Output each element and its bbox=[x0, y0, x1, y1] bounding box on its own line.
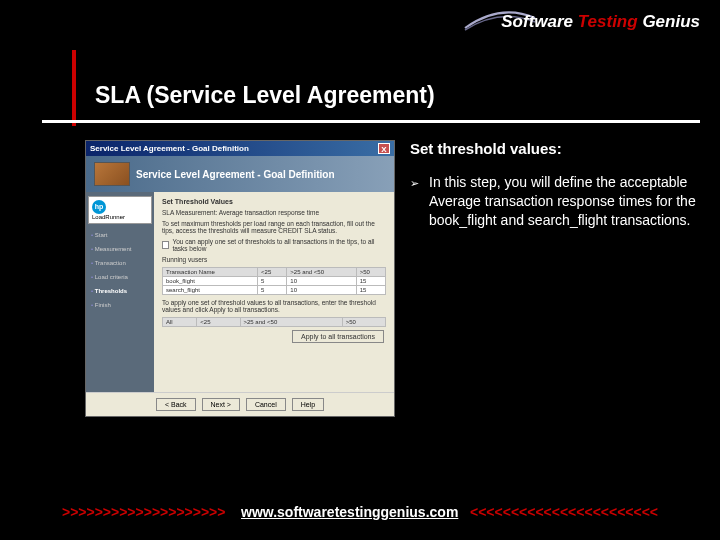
description-bullet-text: In this step, you will define the accept… bbox=[429, 173, 700, 230]
bullet-marker-icon: ➢ bbox=[410, 176, 419, 230]
wizard-titlebar: Service Level Agreement - Goal Definitio… bbox=[86, 141, 394, 156]
group-label: Running vusers bbox=[162, 256, 386, 263]
table-row: search_flight 5 10 15 bbox=[163, 286, 386, 295]
sidebar-step-start[interactable]: Start bbox=[88, 228, 152, 242]
apply-to-all-button[interactable]: Apply to all transactions bbox=[292, 330, 384, 343]
wizard-button-row: < Back Next > Cancel Help bbox=[86, 392, 394, 416]
apply-all-checkbox[interactable] bbox=[162, 241, 169, 249]
sidebar-step-transaction[interactable]: Transaction bbox=[88, 256, 152, 270]
table-row: book_flight 5 10 15 bbox=[163, 277, 386, 286]
banner-image bbox=[94, 162, 130, 186]
brand-logo: Software Testing Genius bbox=[501, 12, 700, 32]
close-icon[interactable]: X bbox=[378, 143, 390, 154]
help-button[interactable]: Help bbox=[292, 398, 324, 411]
title-underline bbox=[42, 120, 700, 123]
wizard-title-text: Service Level Agreement - Goal Definitio… bbox=[90, 144, 249, 153]
sidebar-step-measurement[interactable]: Measurement bbox=[88, 242, 152, 256]
next-button[interactable]: Next > bbox=[202, 398, 240, 411]
sla-wizard-window: Service Level Agreement - Goal Definitio… bbox=[85, 140, 395, 417]
measurement-value: Average transaction response time bbox=[219, 209, 319, 216]
table-header-row: Transaction Name <25 >25 and <50 >50 bbox=[163, 268, 386, 277]
instruction-text-2: To apply one set of threshold values to … bbox=[162, 299, 386, 313]
wizard-banner-text: Service Level Agreement - Goal Definitio… bbox=[136, 169, 335, 180]
apply-all-table: All <25 >25 and <50 >50 bbox=[162, 317, 386, 327]
cancel-button[interactable]: Cancel bbox=[246, 398, 286, 411]
footer-link[interactable]: www.softwaretestinggenius.com bbox=[241, 504, 458, 520]
description-heading: Set threshold values: bbox=[410, 140, 700, 157]
wizard-banner: Service Level Agreement - Goal Definitio… bbox=[86, 156, 394, 192]
back-button[interactable]: < Back bbox=[156, 398, 196, 411]
sidebar-step-finish[interactable]: Finish bbox=[88, 298, 152, 312]
hp-loadrunner-logo: hp LoadRunner bbox=[88, 196, 152, 224]
footer: >>>>>>>>>>>>>>>>>>>> www.softwaretesting… bbox=[0, 504, 720, 520]
wizard-sidebar: hp LoadRunner Start Measurement Transact… bbox=[86, 192, 154, 392]
footer-arrows-right: <<<<<<<<<<<<<<<<<<<<<<< bbox=[470, 504, 658, 520]
sidebar-step-load-criteria[interactable]: Load criteria bbox=[88, 270, 152, 284]
instruction-text-1: To set maximum thresholds per load range… bbox=[162, 220, 386, 234]
sidebar-step-thresholds[interactable]: Thresholds bbox=[88, 284, 152, 298]
footer-arrows-left: >>>>>>>>>>>>>>>>>>>> bbox=[62, 504, 226, 520]
threshold-table: Transaction Name <25 >25 and <50 >50 boo… bbox=[162, 267, 386, 295]
description-panel: Set threshold values: ➢ In this step, yo… bbox=[410, 140, 700, 417]
wizard-main-panel: Set Threshold Values SLA Measurement: Av… bbox=[154, 192, 394, 392]
measurement-label: SLA Measurement: bbox=[162, 209, 217, 216]
section-heading: Set Threshold Values bbox=[162, 198, 386, 205]
accent-vertical-rule bbox=[72, 50, 76, 126]
slide-title: SLA (Service Level Agreement) bbox=[95, 82, 690, 117]
apply-all-checkbox-label: You can apply one set of thresholds to a… bbox=[172, 238, 386, 252]
